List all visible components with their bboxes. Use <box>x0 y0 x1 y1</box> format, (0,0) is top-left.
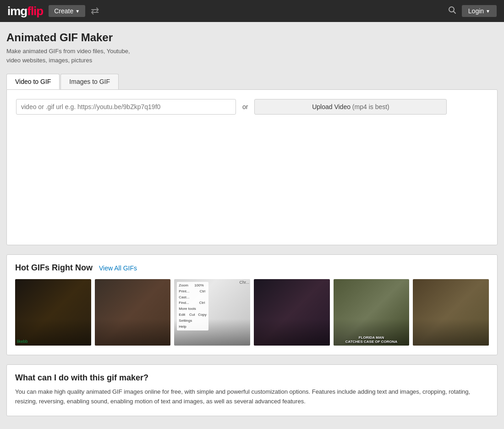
header-right: Login ▼ <box>448 5 497 17</box>
logo-text-img: img <box>7 4 27 18</box>
view-all-gifs-link[interactable]: View All GIFs <box>99 264 137 272</box>
login-button[interactable]: Login ▼ <box>462 5 497 17</box>
tabs-bar: Video to GIF Images to GIF <box>6 74 498 89</box>
main-content: Animated GIF Maker Make animated GIFs fr… <box>0 22 504 425</box>
gif-thumbnail[interactable] <box>413 279 489 346</box>
logo-area: imgflip Create ⇄ <box>7 4 99 18</box>
gif-grid: likebb Zoom 100% Print... Ctrl Cast... F… <box>15 279 489 346</box>
upload-note: (mp4 is best) <box>352 103 389 110</box>
login-label: Login <box>468 7 484 15</box>
gif-thumbnail[interactable]: FLORIDA MANCATCHES CASE OF CORONA <box>334 279 410 346</box>
create-button[interactable]: Create <box>49 5 85 17</box>
logo[interactable]: imgflip <box>7 4 43 18</box>
url-row: or Upload Video (mp4 is best) <box>16 99 488 115</box>
search-icon[interactable] <box>448 6 456 16</box>
upload-video-button[interactable]: Upload Video (mp4 is best) <box>254 99 447 115</box>
tool-panel: or Upload Video (mp4 is best) <box>6 89 498 245</box>
upload-label: Upload Video <box>312 103 351 110</box>
gif-thumbnail[interactable]: likebb <box>15 279 91 346</box>
or-label: or <box>242 103 248 110</box>
tab-video-to-gif[interactable]: Video to GIF <box>6 74 60 89</box>
header: imgflip Create ⇄ Login ▼ <box>0 0 504 22</box>
login-chevron-icon: ▼ <box>486 9 490 14</box>
tab-images-to-gif[interactable]: Images to GIF <box>60 74 119 89</box>
gif-thumbnail[interactable]: Zoom 100% Print... Ctrl Cast... Find... … <box>174 279 250 346</box>
page-title: Animated GIF Maker <box>6 31 498 44</box>
info-title: What can I do with this gif maker? <box>15 373 489 383</box>
url-input[interactable] <box>16 99 236 115</box>
create-label: Create <box>54 7 73 15</box>
hot-gifs-title: Hot GIFs Right Now <box>15 263 93 273</box>
page-subtitle: Make animated GIFs from video files, You… <box>6 47 498 65</box>
info-text: You can make high quality animated GIF i… <box>15 387 489 407</box>
gif-thumbnail[interactable] <box>95 279 171 346</box>
hot-gifs-section: Hot GIFs Right Now View All GIFs likebb … <box>6 254 498 355</box>
create-chevron-icon <box>75 9 80 14</box>
logo-text-flip: flip <box>27 4 43 18</box>
info-section: What can I do with this gif maker? You c… <box>6 364 498 416</box>
hot-gifs-header: Hot GIFs Right Now View All GIFs <box>15 263 489 273</box>
shuffle-icon[interactable]: ⇄ <box>91 5 99 17</box>
gif-thumbnail[interactable] <box>254 279 330 346</box>
svg-line-1 <box>453 11 455 13</box>
